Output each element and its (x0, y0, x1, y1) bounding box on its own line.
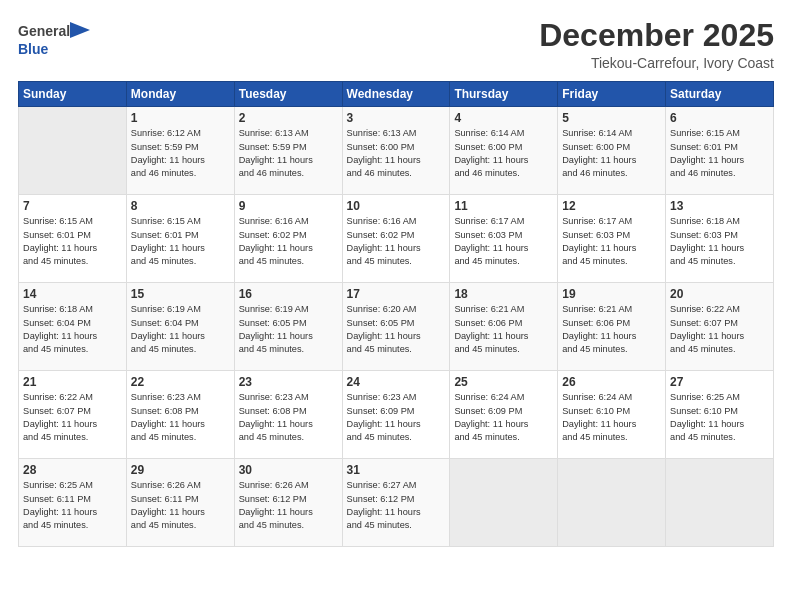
day-info: Sunrise: 6:21 AM Sunset: 6:06 PM Dayligh… (562, 303, 661, 356)
calendar-cell: 27Sunrise: 6:25 AM Sunset: 6:10 PM Dayli… (666, 371, 774, 459)
calendar-cell: 10Sunrise: 6:16 AM Sunset: 6:02 PM Dayli… (342, 195, 450, 283)
day-info: Sunrise: 6:14 AM Sunset: 6:00 PM Dayligh… (454, 127, 553, 180)
calendar-cell: 25Sunrise: 6:24 AM Sunset: 6:09 PM Dayli… (450, 371, 558, 459)
calendar-cell: 18Sunrise: 6:21 AM Sunset: 6:06 PM Dayli… (450, 283, 558, 371)
day-number: 16 (239, 287, 338, 301)
calendar-cell: 31Sunrise: 6:27 AM Sunset: 6:12 PM Dayli… (342, 459, 450, 547)
calendar-header-cell: Tuesday (234, 82, 342, 107)
day-number: 1 (131, 111, 230, 125)
calendar-cell: 1Sunrise: 6:12 AM Sunset: 5:59 PM Daylig… (126, 107, 234, 195)
calendar-cell: 15Sunrise: 6:19 AM Sunset: 6:04 PM Dayli… (126, 283, 234, 371)
calendar-cell: 5Sunrise: 6:14 AM Sunset: 6:00 PM Daylig… (558, 107, 666, 195)
calendar-week-row: 14Sunrise: 6:18 AM Sunset: 6:04 PM Dayli… (19, 283, 774, 371)
day-number: 11 (454, 199, 553, 213)
calendar-cell: 12Sunrise: 6:17 AM Sunset: 6:03 PM Dayli… (558, 195, 666, 283)
title-block: December 2025 Tiekou-Carrefour, Ivory Co… (539, 18, 774, 71)
calendar-cell: 16Sunrise: 6:19 AM Sunset: 6:05 PM Dayli… (234, 283, 342, 371)
calendar-header-cell: Monday (126, 82, 234, 107)
calendar-cell: 4Sunrise: 6:14 AM Sunset: 6:00 PM Daylig… (450, 107, 558, 195)
calendar-body: 1Sunrise: 6:12 AM Sunset: 5:59 PM Daylig… (19, 107, 774, 547)
calendar-header-cell: Friday (558, 82, 666, 107)
day-number: 10 (347, 199, 446, 213)
calendar-cell: 11Sunrise: 6:17 AM Sunset: 6:03 PM Dayli… (450, 195, 558, 283)
calendar-week-row: 1Sunrise: 6:12 AM Sunset: 5:59 PM Daylig… (19, 107, 774, 195)
calendar-header-cell: Saturday (666, 82, 774, 107)
month-title: December 2025 (539, 18, 774, 53)
location: Tiekou-Carrefour, Ivory Coast (539, 55, 774, 71)
day-info: Sunrise: 6:20 AM Sunset: 6:05 PM Dayligh… (347, 303, 446, 356)
day-info: Sunrise: 6:18 AM Sunset: 6:04 PM Dayligh… (23, 303, 122, 356)
day-number: 25 (454, 375, 553, 389)
calendar-table: SundayMondayTuesdayWednesdayThursdayFrid… (18, 81, 774, 547)
day-number: 9 (239, 199, 338, 213)
day-number: 21 (23, 375, 122, 389)
day-info: Sunrise: 6:15 AM Sunset: 6:01 PM Dayligh… (23, 215, 122, 268)
calendar-week-row: 28Sunrise: 6:25 AM Sunset: 6:11 PM Dayli… (19, 459, 774, 547)
day-info: Sunrise: 6:25 AM Sunset: 6:11 PM Dayligh… (23, 479, 122, 532)
day-number: 3 (347, 111, 446, 125)
day-info: Sunrise: 6:14 AM Sunset: 6:00 PM Dayligh… (562, 127, 661, 180)
calendar-header-cell: Thursday (450, 82, 558, 107)
day-number: 8 (131, 199, 230, 213)
day-number: 15 (131, 287, 230, 301)
day-info: Sunrise: 6:17 AM Sunset: 6:03 PM Dayligh… (562, 215, 661, 268)
calendar-cell: 2Sunrise: 6:13 AM Sunset: 5:59 PM Daylig… (234, 107, 342, 195)
day-number: 26 (562, 375, 661, 389)
day-info: Sunrise: 6:19 AM Sunset: 6:04 PM Dayligh… (131, 303, 230, 356)
day-info: Sunrise: 6:18 AM Sunset: 6:03 PM Dayligh… (670, 215, 769, 268)
logo: General Blue (18, 18, 98, 62)
day-number: 18 (454, 287, 553, 301)
svg-marker-1 (70, 22, 90, 38)
day-number: 20 (670, 287, 769, 301)
calendar-cell: 22Sunrise: 6:23 AM Sunset: 6:08 PM Dayli… (126, 371, 234, 459)
header: General Blue December 2025 Tiekou-Carref… (18, 18, 774, 71)
day-number: 4 (454, 111, 553, 125)
svg-text:General: General (18, 23, 70, 39)
day-info: Sunrise: 6:24 AM Sunset: 6:10 PM Dayligh… (562, 391, 661, 444)
day-info: Sunrise: 6:21 AM Sunset: 6:06 PM Dayligh… (454, 303, 553, 356)
calendar-cell: 7Sunrise: 6:15 AM Sunset: 6:01 PM Daylig… (19, 195, 127, 283)
day-info: Sunrise: 6:13 AM Sunset: 6:00 PM Dayligh… (347, 127, 446, 180)
day-info: Sunrise: 6:26 AM Sunset: 6:11 PM Dayligh… (131, 479, 230, 532)
calendar-cell: 6Sunrise: 6:15 AM Sunset: 6:01 PM Daylig… (666, 107, 774, 195)
calendar-page: General Blue December 2025 Tiekou-Carref… (0, 0, 792, 612)
day-info: Sunrise: 6:26 AM Sunset: 6:12 PM Dayligh… (239, 479, 338, 532)
calendar-cell (19, 107, 127, 195)
day-number: 30 (239, 463, 338, 477)
day-info: Sunrise: 6:25 AM Sunset: 6:10 PM Dayligh… (670, 391, 769, 444)
calendar-cell: 3Sunrise: 6:13 AM Sunset: 6:00 PM Daylig… (342, 107, 450, 195)
day-number: 22 (131, 375, 230, 389)
day-number: 27 (670, 375, 769, 389)
day-info: Sunrise: 6:12 AM Sunset: 5:59 PM Dayligh… (131, 127, 230, 180)
day-number: 19 (562, 287, 661, 301)
calendar-cell: 21Sunrise: 6:22 AM Sunset: 6:07 PM Dayli… (19, 371, 127, 459)
day-number: 31 (347, 463, 446, 477)
calendar-cell: 26Sunrise: 6:24 AM Sunset: 6:10 PM Dayli… (558, 371, 666, 459)
day-info: Sunrise: 6:23 AM Sunset: 6:08 PM Dayligh… (239, 391, 338, 444)
calendar-cell: 29Sunrise: 6:26 AM Sunset: 6:11 PM Dayli… (126, 459, 234, 547)
day-info: Sunrise: 6:15 AM Sunset: 6:01 PM Dayligh… (131, 215, 230, 268)
calendar-header-cell: Wednesday (342, 82, 450, 107)
day-number: 29 (131, 463, 230, 477)
day-number: 7 (23, 199, 122, 213)
calendar-cell: 9Sunrise: 6:16 AM Sunset: 6:02 PM Daylig… (234, 195, 342, 283)
day-number: 17 (347, 287, 446, 301)
calendar-week-row: 21Sunrise: 6:22 AM Sunset: 6:07 PM Dayli… (19, 371, 774, 459)
day-info: Sunrise: 6:13 AM Sunset: 5:59 PM Dayligh… (239, 127, 338, 180)
day-info: Sunrise: 6:24 AM Sunset: 6:09 PM Dayligh… (454, 391, 553, 444)
day-info: Sunrise: 6:27 AM Sunset: 6:12 PM Dayligh… (347, 479, 446, 532)
calendar-cell: 13Sunrise: 6:18 AM Sunset: 6:03 PM Dayli… (666, 195, 774, 283)
day-info: Sunrise: 6:17 AM Sunset: 6:03 PM Dayligh… (454, 215, 553, 268)
calendar-cell: 28Sunrise: 6:25 AM Sunset: 6:11 PM Dayli… (19, 459, 127, 547)
day-number: 2 (239, 111, 338, 125)
day-info: Sunrise: 6:22 AM Sunset: 6:07 PM Dayligh… (670, 303, 769, 356)
day-number: 28 (23, 463, 122, 477)
calendar-header-row: SundayMondayTuesdayWednesdayThursdayFrid… (19, 82, 774, 107)
day-number: 14 (23, 287, 122, 301)
calendar-cell: 23Sunrise: 6:23 AM Sunset: 6:08 PM Dayli… (234, 371, 342, 459)
day-number: 5 (562, 111, 661, 125)
day-number: 23 (239, 375, 338, 389)
calendar-header-cell: Sunday (19, 82, 127, 107)
day-number: 24 (347, 375, 446, 389)
day-info: Sunrise: 6:23 AM Sunset: 6:09 PM Dayligh… (347, 391, 446, 444)
